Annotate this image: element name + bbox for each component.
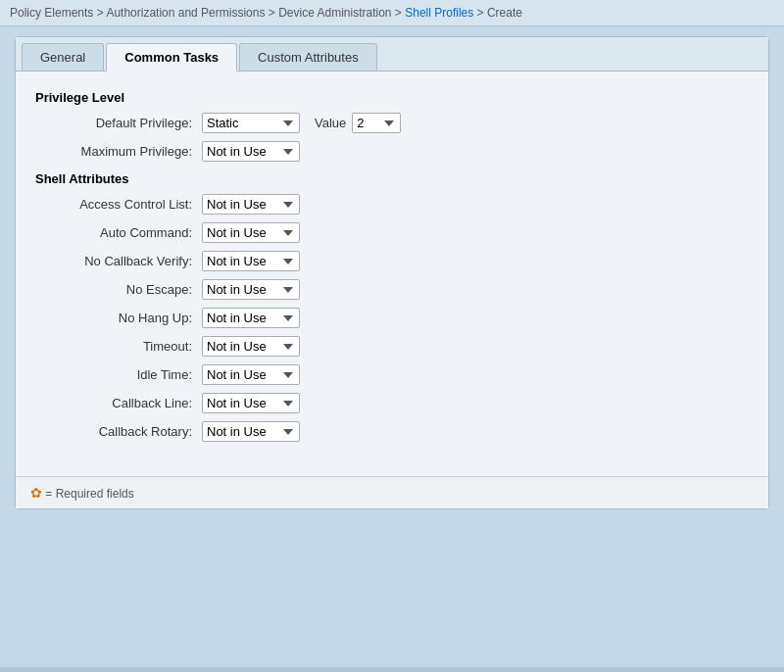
timeout-select[interactable]: Not in UseStaticFixedDynamic bbox=[202, 336, 300, 357]
no-hang-up-label: No Hang Up: bbox=[45, 311, 202, 325]
tab-panel: General Common Tasks Custom Attributes P… bbox=[15, 36, 769, 509]
access-control-list-label: Access Control List: bbox=[45, 197, 202, 212]
callback-line-select[interactable]: Not in UseStaticFixedDynamic bbox=[202, 393, 300, 413]
callback-rotary-label: Callback Rotary: bbox=[45, 424, 202, 439]
value-label: Value bbox=[315, 116, 346, 130]
auto-command-row: Auto Command: Not in UseStaticFixedDynam… bbox=[35, 222, 749, 243]
auto-command-select[interactable]: Not in UseStaticFixedDynamic bbox=[202, 222, 300, 243]
no-callback-verify-row: No Callback Verify: Not in UseStaticFixe… bbox=[35, 251, 749, 271]
no-escape-select[interactable]: Not in UseStaticFixedDynamic bbox=[202, 279, 300, 300]
breadcrumb-link-shell-profiles[interactable]: Shell Profiles bbox=[405, 6, 473, 20]
breadcrumb: Policy Elements > Authorization and Perm… bbox=[0, 0, 784, 26]
no-hang-up-row: No Hang Up: Not in UseStaticFixedDynamic bbox=[35, 308, 749, 328]
maximum-privilege-label: Maximum Privilege: bbox=[45, 144, 202, 159]
maximum-privilege-select[interactable]: Not in Use Static Fixed Dynamic bbox=[202, 141, 300, 162]
auto-command-label: Auto Command: bbox=[45, 225, 202, 240]
callback-line-label: Callback Line: bbox=[45, 396, 202, 410]
shell-attributes-title: Shell Attributes bbox=[35, 171, 749, 186]
default-privilege-label: Default Privilege: bbox=[45, 116, 202, 130]
access-control-list-row: Access Control List: Not in UseStaticFix… bbox=[35, 194, 749, 215]
breadcrumb-text: Policy Elements > Authorization and Perm… bbox=[10, 6, 522, 20]
timeout-label: Timeout: bbox=[45, 339, 202, 354]
tab-bar: General Common Tasks Custom Attributes bbox=[16, 37, 768, 72]
required-text: = Required fields bbox=[45, 487, 133, 501]
required-note: ✿ = Required fields bbox=[16, 476, 768, 508]
value-select[interactable]: 0123 4567 891011 12131415 bbox=[352, 113, 401, 133]
idle-time-row: Idle Time: Not in UseStaticFixedDynamic bbox=[35, 364, 749, 385]
no-callback-verify-label: No Callback Verify: bbox=[45, 254, 202, 268]
tab-common-tasks[interactable]: Common Tasks bbox=[106, 43, 237, 72]
idle-time-select[interactable]: Not in UseStaticFixedDynamic bbox=[202, 364, 300, 385]
callback-rotary-row: Callback Rotary: Not in UseStaticFixedDy… bbox=[35, 421, 749, 442]
required-star: ✿ bbox=[30, 485, 42, 501]
default-privilege-row: Default Privilege: Static Not in Use Fix… bbox=[35, 113, 749, 133]
shell-attributes-section: Shell Attributes Access Control List: No… bbox=[35, 171, 749, 442]
default-privilege-select[interactable]: Static Not in Use Fixed Dynamic bbox=[202, 113, 300, 133]
no-callback-verify-select[interactable]: Not in UseStaticFixedDynamic bbox=[202, 251, 300, 271]
tab-custom-attributes[interactable]: Custom Attributes bbox=[239, 43, 377, 71]
idle-time-label: Idle Time: bbox=[45, 367, 202, 382]
no-hang-up-select[interactable]: Not in UseStaticFixedDynamic bbox=[202, 308, 300, 328]
no-escape-label: No Escape: bbox=[45, 282, 202, 297]
callback-rotary-select[interactable]: Not in UseStaticFixedDynamic bbox=[202, 421, 300, 442]
access-control-list-select[interactable]: Not in UseStaticFixedDynamic bbox=[202, 194, 300, 215]
no-escape-row: No Escape: Not in UseStaticFixedDynamic bbox=[35, 279, 749, 300]
tab-content: Privilege Level Default Privilege: Stati… bbox=[16, 72, 768, 464]
callback-line-row: Callback Line: Not in UseStaticFixedDyna… bbox=[35, 393, 749, 413]
maximum-privilege-row: Maximum Privilege: Not in Use Static Fix… bbox=[35, 141, 749, 162]
privilege-level-title: Privilege Level bbox=[35, 90, 749, 105]
tab-general[interactable]: General bbox=[22, 43, 104, 71]
timeout-row: Timeout: Not in UseStaticFixedDynamic bbox=[35, 336, 749, 357]
main-container: General Common Tasks Custom Attributes P… bbox=[0, 26, 784, 667]
